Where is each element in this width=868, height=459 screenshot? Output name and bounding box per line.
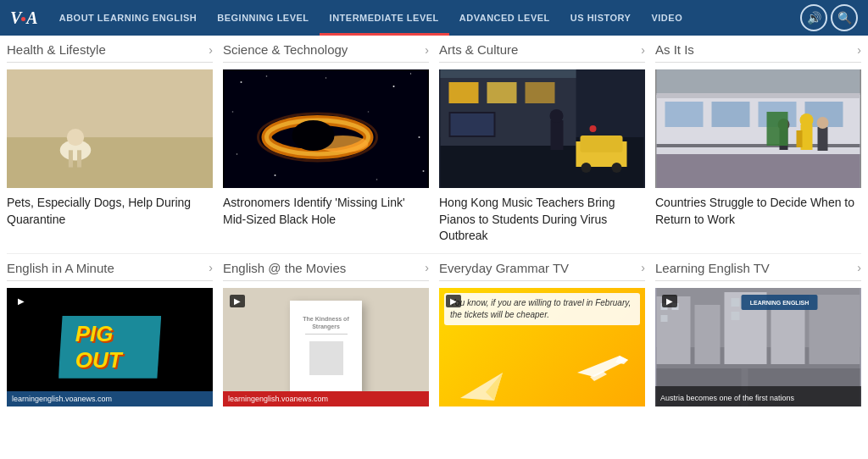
- section-grammar-title: Everyday Grammar TV: [439, 261, 569, 275]
- pig-out-label: PIG OUT: [75, 321, 122, 373]
- card-science-image: [223, 69, 429, 188]
- svg-rect-61: [797, 130, 803, 147]
- svg-point-6: [91, 155, 106, 163]
- card-grammar[interactable]: ▶ You know, if you are willing to travel…: [439, 288, 645, 406]
- svg-rect-37: [441, 69, 576, 78]
- svg-rect-47: [551, 120, 564, 150]
- svg-point-17: [241, 81, 242, 83]
- card-letv-image: ▶: [655, 288, 861, 406]
- svg-rect-44: [581, 135, 623, 152]
- search-icon[interactable]: 🔍: [831, 4, 858, 31]
- section-letv-header[interactable]: Learning English TV ›: [655, 261, 861, 281]
- svg-point-10: [82, 132, 97, 147]
- svg-point-23: [236, 153, 238, 155]
- section-grammar-header[interactable]: Everyday Grammar TV ›: [439, 261, 645, 281]
- svg-point-7: [103, 155, 119, 163]
- card-minute-image: ▶ PIG OUT learningenglish.voanews.com: [7, 288, 213, 406]
- svg-rect-13: [71, 159, 76, 173]
- svg-point-22: [419, 136, 420, 138]
- section-movies-header[interactable]: English @ the Movies ›: [223, 261, 429, 281]
- svg-point-28: [368, 111, 370, 113]
- card-science-title: Astronomers Identify 'Missing Link' Mid-…: [223, 195, 429, 228]
- svg-point-45: [581, 163, 592, 173]
- svg-rect-0: [8, 69, 212, 188]
- nav-intermediate[interactable]: INTERMEDIATE LEVEL: [320, 0, 449, 36]
- letv-caption: Austria becomes one of the first nations: [655, 386, 861, 406]
- svg-rect-79: [732, 312, 740, 320]
- card-letv[interactable]: ▶: [655, 288, 861, 406]
- movies-subtitle-bar: learningenglish.voanews.com: [223, 391, 429, 406]
- card-health[interactable]: Pets, Especially Dogs, Help During Quara…: [7, 69, 213, 228]
- section-grammar-arrow: ›: [641, 261, 645, 274]
- grammar-overlay-text: You know, if you are willing to travel i…: [444, 293, 640, 325]
- section-science-title: Science & Technology: [223, 42, 348, 57]
- svg-rect-14: [79, 158, 84, 173]
- svg-rect-3: [8, 141, 212, 148]
- nav-video[interactable]: VIDEO: [641, 0, 693, 36]
- section-english-movies: English @ the Movies › ▶ The Kindness of…: [223, 254, 429, 413]
- section-arts-arrow: ›: [641, 43, 645, 57]
- svg-line-15: [89, 129, 102, 137]
- svg-point-8: [49, 139, 86, 161]
- section-minute-arrow: ›: [209, 261, 213, 274]
- card-grammar-image: ▶ You know, if you are willing to travel…: [439, 288, 645, 406]
- svg-rect-1: [8, 146, 212, 188]
- card-movies-image: ▶ The Kindness of Strangers learningengl…: [223, 288, 429, 406]
- card-arts-title: Hong Kong Music Teachers Bring Pianos to…: [439, 195, 645, 245]
- movie-book-cover: The Kindness of Strangers: [290, 301, 362, 394]
- voa-logo-text: VA: [10, 8, 37, 28]
- section-as-it-is: As It Is ›: [655, 36, 861, 245]
- main-nav: VA ABOUT LEARNING ENGLISH BEGINNING LEVE…: [0, 0, 868, 36]
- svg-rect-12: [64, 159, 69, 173]
- nav-about[interactable]: ABOUT LEARNING ENGLISH: [49, 0, 208, 36]
- section-asis-arrow: ›: [857, 43, 861, 57]
- section-health-header[interactable]: Health & Lifestyle ›: [7, 42, 213, 63]
- health-image-svg: [7, 69, 213, 188]
- section-science-header[interactable]: Science & Technology ›: [223, 42, 429, 63]
- video-play-icon: ▶: [14, 295, 29, 307]
- movie-book-title: The Kindness of Strangers: [297, 315, 355, 330]
- card-movies[interactable]: ▶ The Kindness of Strangers learningengl…: [223, 288, 429, 406]
- card-health-image: [7, 69, 213, 188]
- card-science[interactable]: Astronomers Identify 'Missing Link' Mid-…: [223, 69, 429, 228]
- section-everyday-grammar: Everyday Grammar TV › ▶: [439, 254, 645, 413]
- svg-rect-53: [657, 93, 860, 98]
- sound-icon[interactable]: 🔊: [800, 4, 827, 31]
- svg-point-9: [78, 140, 92, 152]
- svg-rect-2: [8, 69, 212, 146]
- svg-rect-40: [526, 82, 555, 103]
- book-image-placeholder: [309, 341, 343, 375]
- svg-point-63: [817, 117, 829, 129]
- video-play-icon-letv: ▶: [662, 295, 677, 307]
- card-english-minute[interactable]: ▶ PIG OUT learningenglish.voanews.com: [7, 288, 213, 406]
- svg-rect-66: [767, 112, 788, 146]
- voa-logo[interactable]: VA: [10, 8, 37, 28]
- section-letv-title: Learning English TV: [655, 261, 770, 275]
- section-movies-title: English @ the Movies: [223, 261, 346, 275]
- section-arts-header[interactable]: Arts & Culture ›: [439, 42, 645, 63]
- svg-rect-11: [56, 158, 61, 173]
- section-arts-culture: Arts & Culture ›: [439, 36, 645, 245]
- section-asis-header[interactable]: As It Is ›: [655, 42, 861, 63]
- section-arts-title: Arts & Culture: [439, 42, 518, 57]
- video-play-icon-grammar: ▶: [446, 295, 461, 307]
- nav-us-history[interactable]: US HISTORY: [560, 0, 642, 36]
- video-play-icon-movies: ▶: [230, 295, 245, 307]
- section-minute-title: English in A Minute: [7, 261, 114, 275]
- card-asis[interactable]: Countries Struggle to Decide When to Ret…: [655, 69, 861, 228]
- section-health-arrow: ›: [209, 43, 213, 57]
- section-minute-header[interactable]: English in A Minute ›: [7, 261, 213, 281]
- card-arts-image: [439, 69, 645, 188]
- svg-rect-62: [818, 127, 828, 151]
- svg-point-49: [590, 125, 597, 132]
- svg-rect-70: [695, 305, 721, 364]
- nav-advanced[interactable]: ADVANCED LEVEL: [449, 0, 560, 36]
- section-letv-arrow: ›: [857, 261, 861, 274]
- svg-rect-77: [732, 298, 740, 307]
- card-asis-image: [655, 69, 861, 188]
- svg-rect-38: [449, 82, 479, 103]
- nav-beginning[interactable]: BEGINNING LEVEL: [207, 0, 319, 36]
- svg-point-32: [292, 120, 335, 151]
- card-arts[interactable]: Hong Kong Music Teachers Bring Pianos to…: [439, 69, 645, 245]
- sections-row-1: Health & Lifestyle ›: [7, 36, 861, 245]
